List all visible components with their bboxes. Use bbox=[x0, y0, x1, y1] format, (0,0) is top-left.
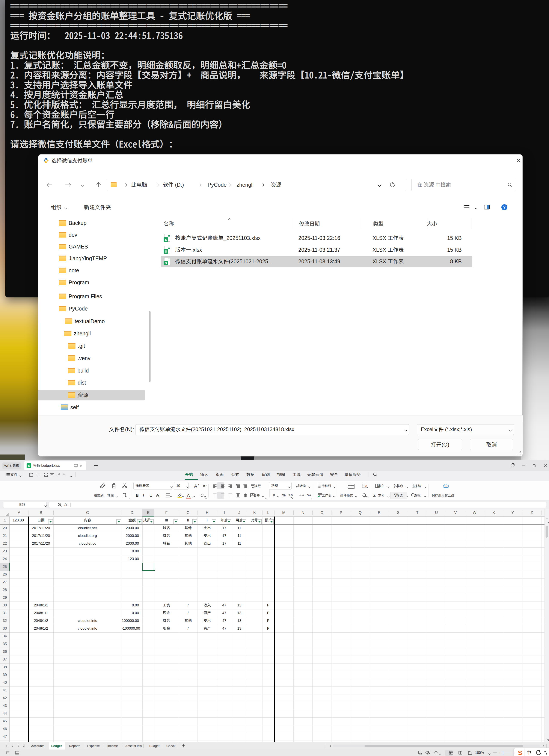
svg-text:.0: .0 bbox=[302, 494, 304, 497]
svg-text:.00: .00 bbox=[306, 494, 309, 497]
svg-text:Z: Z bbox=[394, 486, 395, 488]
svg-text:?: ? bbox=[503, 205, 506, 209]
